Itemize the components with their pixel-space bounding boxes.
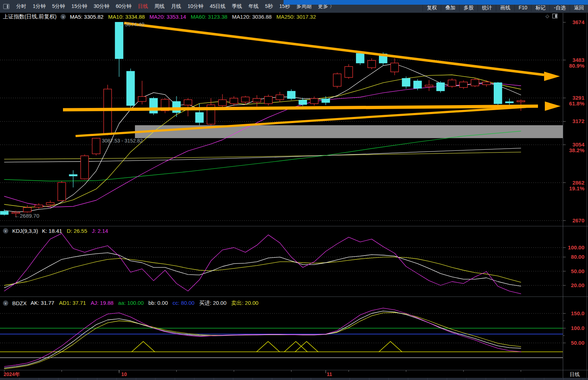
toolbar-button-标记[interactable]: 标记 <box>531 4 549 12</box>
price-pane-header: 上证指数(日线,前复权) ∨ MA5: 3305.82MA10: 3334.88… <box>3 13 316 20</box>
candle <box>138 96 146 101</box>
ma-value-MA10: MA10: 3334.88 <box>108 14 145 20</box>
ma-value-MA20: MA20: 3353.14 <box>149 14 186 20</box>
toolbar-button-复权[interactable]: 复权 <box>422 4 441 12</box>
candle <box>35 205 43 207</box>
toolbar-button--自选[interactable]: -自选 <box>549 4 570 12</box>
toolbar-button-统计[interactable]: 统计 <box>478 4 496 12</box>
candle <box>92 138 100 154</box>
candles <box>0 22 525 217</box>
svg-text:50.00: 50.00 <box>571 340 584 346</box>
candle <box>425 85 433 87</box>
toolbar-button-返回[interactable]: 返回 <box>570 4 588 12</box>
trend-arrowhead <box>545 101 561 111</box>
period-tab-5秒[interactable]: 5秒 <box>262 3 276 10</box>
svg-text:3483: 3483 <box>573 57 584 63</box>
ma-values: MA5: 3305.82MA10: 3334.88MA20: 3353.14MA… <box>70 14 316 20</box>
candle <box>310 99 318 104</box>
chart-canvas[interactable]: 3674348380.9%329161.8%3172305438.2%28621… <box>0 0 588 380</box>
candle <box>517 101 525 102</box>
window-title-strip <box>284 0 588 5</box>
time-label-10: 10 <box>121 371 127 377</box>
candle <box>368 60 376 68</box>
time-label-2024年: 2024年 <box>4 371 20 377</box>
bdzx-value-AD1: AD1: 37.71 <box>59 300 86 307</box>
period-tab-季线[interactable]: 季线 <box>229 3 245 10</box>
kdj-pane: 100.0080.0050.0020.00 <box>0 234 584 294</box>
candle <box>195 113 203 122</box>
layout-split-icon[interactable] <box>3 4 9 9</box>
bdzx-value-bb: bb: 0.00 <box>148 300 168 307</box>
period-tab-30分钟[interactable]: 30分钟 <box>90 3 113 10</box>
candle <box>437 83 444 91</box>
bdzx-value-cc: cc: 80.00 <box>172 300 194 307</box>
period-tab-周线[interactable]: 周线 <box>151 3 168 10</box>
toolbar-button-叠加[interactable]: 叠加 <box>441 4 459 12</box>
svg-text:2862: 2862 <box>573 180 584 186</box>
svg-text:100.00: 100.00 <box>568 244 584 250</box>
trading-app-window: { "toolbar": { "periods": [ {"label":"分时… <box>0 0 588 380</box>
svg-text:2670: 2670 <box>573 217 584 223</box>
candle <box>471 80 479 86</box>
bdzx-pane: 150.0100.050.00 <box>0 308 584 369</box>
collapse-price-pane-icon[interactable]: ∨ <box>60 14 66 19</box>
candle <box>127 71 135 105</box>
svg-text:3291: 3291 <box>573 95 584 101</box>
svg-text:3172: 3172 <box>573 118 584 124</box>
candle <box>150 98 158 113</box>
candle <box>0 211 8 214</box>
period-tab-10分钟[interactable]: 10分钟 <box>184 3 207 10</box>
svg-text:150.0: 150.0 <box>571 310 584 316</box>
time-axis: 2024年1011日线 <box>4 370 580 377</box>
price-pane-corner-icons: ◇ <box>546 14 557 18</box>
period-tab-45日线[interactable]: 45日线 <box>207 3 229 10</box>
candle <box>253 99 261 102</box>
collapse-kdj-pane-icon[interactable]: ∨ <box>3 228 8 234</box>
candle <box>69 175 77 176</box>
diamond-marker-icon[interactable]: ◇ <box>546 14 549 18</box>
scrollbar[interactable] <box>0 378 588 380</box>
period-tab-1分钟[interactable]: 1分钟 <box>30 3 49 10</box>
toolbar-button-多股[interactable]: 多股 <box>459 4 478 12</box>
period-tab-日线[interactable]: 日线 <box>135 3 151 10</box>
toolbar-button-画线[interactable]: 画线 <box>496 4 514 12</box>
period-tab-分时[interactable]: 分时 <box>13 3 30 10</box>
candle <box>345 67 353 77</box>
bdzx-value-AK: AK: 31.77 <box>31 300 54 307</box>
pane-separators <box>0 12 588 378</box>
period-tab-年线[interactable]: 年线 <box>245 3 262 10</box>
bdzx-values: AK: 31.77AD1: 37.71AJ: 19.88aa: 100.00bb… <box>31 300 258 307</box>
toolbar-button-F10[interactable]: F10 <box>514 4 531 12</box>
svg-text:61.8%: 61.8% <box>569 100 584 107</box>
kdj-value-J: J: 2.14 <box>92 228 108 234</box>
ma-value-MA120: MA120: 3036.88 <box>232 14 272 20</box>
candle <box>264 96 272 104</box>
svg-text:19.1%: 19.1% <box>569 185 584 191</box>
candle <box>288 91 295 99</box>
trend-arrowhead <box>544 72 560 81</box>
kdj-values: K: 18.41D: 26.55J: 2.14 <box>42 228 108 234</box>
svg-text:38.2%: 38.2% <box>569 147 584 153</box>
bdzx-value-AJ: AJ: 19.88 <box>91 300 113 307</box>
symbol-name: 上证指数(日线,前复权) <box>3 13 56 20</box>
svg-text:80.00: 80.00 <box>571 254 584 260</box>
candle <box>23 208 31 212</box>
collapse-bdzx-pane-icon[interactable]: ∨ <box>3 300 8 306</box>
candle <box>184 100 192 105</box>
period-tab-月线[interactable]: 月线 <box>168 3 184 10</box>
candle <box>448 80 456 86</box>
candle <box>81 156 89 179</box>
pane-maximize-icon[interactable] <box>552 14 557 18</box>
svg-text:80.9%: 80.9% <box>569 63 584 69</box>
bdzx-pane-header: ∨ BDZX AK: 31.77AD1: 37.71AJ: 19.88aa: 1… <box>3 300 258 307</box>
period-tab-15分钟[interactable]: 15分钟 <box>68 3 91 10</box>
svg-text:3054: 3054 <box>573 141 585 148</box>
toolbar-actions: 复权叠加多股统计画线F10标记-自选返回 <box>422 4 588 12</box>
candle <box>391 63 399 72</box>
gap-range-annotation: 3087.53 - 3152.82 <box>102 138 143 144</box>
ma-value-MA250: MA250: 3017.32 <box>276 14 316 20</box>
period-tab-5分钟[interactable]: 5分钟 <box>49 3 68 10</box>
period-tab-60分钟[interactable]: 60分钟 <box>113 3 135 10</box>
candle <box>299 100 307 104</box>
bdzx-value-aa: aa: 100.00 <box>118 300 144 307</box>
